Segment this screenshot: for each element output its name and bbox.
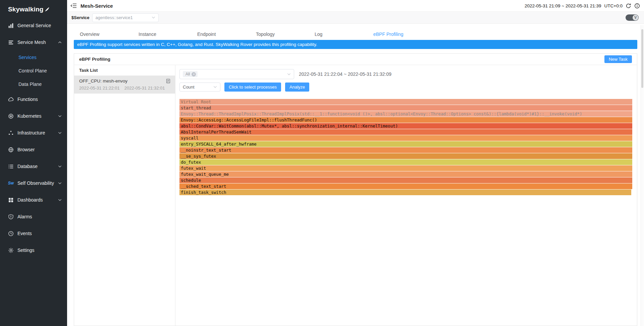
flame-frame-syscall[interactable]: syscall: [179, 135, 632, 141]
sidebar-item-label: Services: [18, 55, 37, 60]
sidebar-item-control-plane[interactable]: Control Plane: [0, 64, 67, 77]
sidebar-item-label: Self Observability: [17, 180, 54, 186]
global-time-range[interactable]: 2022-05-31 21:09 ~ 2022-05-31 21:39: [525, 3, 601, 8]
flame-frame-envoy-thread-threadimplposix-threadimplp[interactable]: Envoy::Thread::ThreadImplPosix::ThreadIm…: [179, 111, 632, 117]
sidebar-item-settings[interactable]: Settings: [0, 242, 67, 259]
flame-frame-abslinternalperthreadsemwait[interactable]: AbslInternalPerThreadSemWait: [179, 129, 632, 135]
cloud-icon: [8, 97, 14, 102]
page-title: Mesh-Service: [80, 3, 113, 9]
tag-remove-icon[interactable]: ×: [192, 72, 196, 76]
sidebar-item-label: Control Plane: [18, 68, 47, 73]
ebpf-info-banner: eBPF Profiling support services written …: [74, 40, 637, 49]
flame-frame-futex-wait-queue-me[interactable]: futex_wait_queue_me: [179, 171, 632, 177]
task-list-panel: Task List OFF_CPU: mesh-envoy2022-05-31 …: [74, 65, 175, 326]
flame-frame-finish-task-switch[interactable]: finish_task_switch: [179, 189, 631, 195]
logo-text: Skywalking: [8, 6, 44, 13]
analysis-time-range: 2022-05-31 21:22:04 ~ 2022-05-31 21:32:0…: [299, 71, 391, 77]
sidebar-item-alarms[interactable]: Alarms: [0, 208, 67, 225]
task-list-items: OFF_CPU: mesh-envoy2022-05-31 21:22:0120…: [74, 76, 175, 94]
sidebar-item-kubernetes[interactable]: Kubernetes: [0, 108, 67, 124]
sidebar-item-browser[interactable]: Browser: [0, 141, 67, 158]
vertical-scrollbar[interactable]: [641, 25, 644, 326]
flame-frame-start-thread[interactable]: start_thread: [179, 105, 632, 111]
version-toggle[interactable]: V: [626, 14, 639, 21]
flame-frame-entry-syscall-64-after-hwframe[interactable]: entry_SYSCALL_64_after_hwframe: [179, 141, 632, 147]
panel-title: eBPF Profiling: [79, 57, 110, 62]
alarm-icon: [8, 214, 14, 220]
skywalking-logo: Skywalking: [0, 0, 67, 17]
info-icon[interactable]: [634, 3, 640, 9]
flame-frame-virtual-root[interactable]: Virtual Root: [179, 99, 632, 105]
tab-ebpf-profiling[interactable]: eBPF Profiling: [367, 32, 426, 37]
sidebar-item-events[interactable]: Events: [0, 225, 67, 242]
flame-frame-absl-condvar-waitcommon-absl-mutex-absl-[interactable]: absl::CondVar::WaitCommon(absl::Mutex*, …: [179, 123, 632, 129]
bar-chart-icon: [8, 23, 14, 29]
version-toggle-knob: V: [633, 15, 638, 20]
task-name: OFF_CPU: mesh-envoy: [79, 78, 127, 84]
sidebar-item-functions[interactable]: Functions: [0, 91, 67, 108]
service-bar: $Service agentless::service1 V: [67, 11, 644, 24]
infrastructure-icon: [8, 130, 14, 136]
sidebar-item-self-observability[interactable]: SwSelf Observability: [0, 175, 67, 192]
flame-frame-sched-text-start[interactable]: __sched_text_start: [179, 183, 632, 189]
sidebar-item-services[interactable]: Services: [0, 51, 67, 64]
tab-instance[interactable]: Instance: [132, 32, 191, 37]
chevron-down-icon: [58, 132, 62, 134]
tab-topology[interactable]: Topology: [250, 32, 309, 37]
flame-frame-envoy-accesslog-accesslogfileimpl-flusht[interactable]: Envoy::AccessLog::AccessLogFileImpl::flu…: [179, 117, 632, 123]
globe-icon: [8, 147, 14, 153]
sidebar-item-service-mesh[interactable]: Service Mesh: [0, 34, 67, 51]
selected-process-tag[interactable]: All ×: [183, 71, 198, 77]
aggregate-type-select[interactable]: Count: [179, 83, 220, 92]
task-log-icon[interactable]: [166, 78, 171, 84]
analysis-panel: All × 2022-05-31 21:22:04 ~ 2022-05-31 2…: [175, 65, 637, 326]
sw-icon: Sw: [8, 180, 14, 186]
tab-log[interactable]: Log: [309, 32, 367, 37]
panel-body: Task List OFF_CPU: mesh-envoy2022-05-31 …: [74, 65, 637, 326]
collapse-sidebar-icon[interactable]: [70, 3, 77, 8]
chevron-down-icon: [287, 73, 291, 75]
task-times: 2022-05-31 21:22:012022-05-31 21:32:01: [79, 86, 171, 91]
ebpf-profiling-panel: eBPF Profiling New Task Task List OFF_CP…: [74, 53, 637, 326]
main-area: Mesh-Service 2022-05-31 21:09 ~ 2022-05-…: [67, 0, 644, 326]
sidebar-item-label: Kubernetes: [17, 113, 42, 119]
task-list-item[interactable]: OFF_CPU: mesh-envoy2022-05-31 21:22:0120…: [74, 76, 175, 94]
topbar-right: 2022-05-31 21:09 ~ 2022-05-31 21:39 UTC+…: [525, 3, 640, 9]
sidebar-item-dashboards[interactable]: Dashboards: [0, 192, 67, 208]
tab-bar: OverviewInstanceEndpointTopologyLogeBPF …: [67, 24, 644, 40]
sidebar-item-general-service[interactable]: General Service: [0, 17, 67, 34]
sidebar-item-database[interactable]: Database: [0, 158, 67, 175]
tab-overview[interactable]: Overview: [74, 32, 132, 37]
process-filter-row: All × 2022-05-31 21:22:04 ~ 2022-05-31 2…: [179, 69, 632, 79]
sidebar-item-label: Database: [17, 164, 38, 169]
gear-icon: [8, 248, 14, 253]
service-variable-label: $Service: [71, 15, 90, 20]
chevron-down-icon: [58, 182, 62, 184]
flame-frame-se-sys-futex[interactable]: __se_sys_futex: [179, 153, 632, 159]
chevron-up-icon: [58, 41, 62, 43]
sidebar-item-label: Dashboards: [17, 197, 43, 203]
mesh-icon: [8, 40, 14, 45]
analyze-button[interactable]: Analyze: [285, 83, 309, 92]
flame-frame-noinstr-text-start[interactable]: __noinstr_text_start: [179, 147, 632, 153]
top-header: Mesh-Service 2022-05-31 21:09 ~ 2022-05-…: [67, 0, 644, 11]
sidebar-item-data-plane[interactable]: Data Plane: [0, 77, 67, 91]
process-multiselect[interactable]: All ×: [179, 69, 294, 79]
scrollbar-thumb[interactable]: [641, 29, 643, 88]
app-root: Skywalking General ServiceService MeshSe…: [0, 0, 644, 326]
chevron-down-icon: [58, 115, 62, 117]
sidebar: Skywalking General ServiceService MeshSe…: [0, 0, 67, 326]
dashboards-icon: [8, 197, 14, 203]
flame-graph: Virtual Rootstart_threadEnvoy::Thread::T…: [179, 99, 632, 196]
panel-header: eBPF Profiling New Task: [74, 54, 637, 65]
service-select[interactable]: agentless::service1: [92, 13, 159, 22]
sidebar-item-infrastructure[interactable]: Infrastructure: [0, 124, 67, 141]
flame-frame-schedule[interactable]: schedule: [179, 177, 632, 183]
refresh-icon[interactable]: [626, 3, 631, 9]
tab-endpoint[interactable]: Endpoint: [191, 32, 250, 37]
select-processes-button[interactable]: Click to select processes: [224, 83, 281, 92]
flame-frame-do-futex[interactable]: do_futex: [179, 159, 632, 165]
flame-frame-futex-wait[interactable]: futex_wait: [179, 165, 632, 171]
new-task-button[interactable]: New Task: [604, 55, 632, 63]
sidebar-item-label: Functions: [17, 97, 38, 102]
